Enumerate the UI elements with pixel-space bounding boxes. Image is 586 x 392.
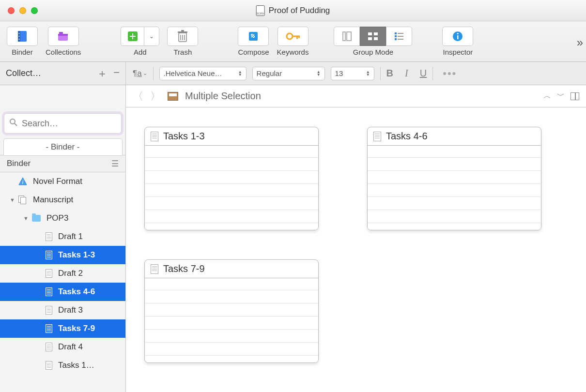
prev-doc-button[interactable]: ︿ <box>543 91 551 101</box>
disclosure-triangle[interactable]: ▼ <box>10 197 15 203</box>
index-card[interactable]: Tasks 1-3 <box>144 127 319 230</box>
disclosure-triangle[interactable]: ▼ <box>23 215 29 221</box>
binder-item-label: Draft 3 <box>58 305 83 315</box>
add-button[interactable] <box>121 27 144 46</box>
binder-item[interactable]: Tasks 4-6 <box>0 283 125 301</box>
document-icon <box>151 132 158 141</box>
card-header[interactable]: Tasks 1-3 <box>145 127 318 146</box>
close-window-button[interactable] <box>8 7 15 14</box>
bold-button[interactable]: B <box>386 68 393 79</box>
pilcrow-icon: ¶a <box>133 69 142 78</box>
header-row: 〈 〉 Multiple Selection ︿ ﹀ <box>0 85 586 107</box>
card-title: Tasks 1-3 <box>163 131 205 142</box>
search-input[interactable] <box>22 119 116 129</box>
group-mode-outline-button[interactable] <box>386 27 412 46</box>
next-doc-button[interactable]: ﹀ <box>557 91 565 101</box>
inspector-label: Inspector <box>443 48 473 56</box>
binder-item[interactable]: Draft 2 <box>0 264 125 283</box>
card-synopsis[interactable] <box>145 278 318 362</box>
binder-button[interactable] <box>7 27 38 46</box>
main-toolbar: Binder Collections ⌄ Add Trash Compose <box>0 21 586 62</box>
chevron-down-icon: ⌄ <box>149 33 154 40</box>
keywords-icon <box>286 31 300 41</box>
minimize-window-button[interactable] <box>19 7 26 14</box>
svg-point-36 <box>457 33 459 34</box>
binder-item[interactable]: ▼Manuscript <box>0 191 125 209</box>
binder-item[interactable]: Draft 1 <box>0 227 125 246</box>
trash-button[interactable] <box>167 27 198 46</box>
svg-rect-32 <box>395 38 397 40</box>
binder-item[interactable]: Tasks 1… <box>0 356 125 375</box>
add-collection-button[interactable]: ＋ <box>97 66 108 81</box>
inspector-toolbar-item[interactable]: Inspector <box>442 27 473 56</box>
trash-toolbar-item[interactable]: Trash <box>167 27 198 56</box>
corkboard[interactable]: Tasks 1-3Tasks 4-6Tasks 7-9 <box>126 107 586 392</box>
collections-button[interactable] <box>48 27 79 46</box>
compose-icon <box>247 30 259 42</box>
search-field[interactable] <box>4 113 122 134</box>
index-card[interactable]: Tasks 4-6 <box>367 127 541 230</box>
binder-item-label: Tasks 7-9 <box>58 324 95 333</box>
binder-item-label: Tasks 1… <box>58 361 94 370</box>
binder-tab[interactable]: - Binder - <box>3 138 123 156</box>
info-icon: i <box>18 177 27 186</box>
nav-forward-button[interactable]: 〉 <box>150 89 161 104</box>
document-icon <box>46 306 52 315</box>
binder-item-label: Tasks 4-6 <box>58 287 95 297</box>
binder-item[interactable]: Tasks 7-9 <box>0 319 125 338</box>
toolbar-overflow-button[interactable]: » <box>577 36 583 49</box>
font-weight-select[interactable]: Regular ▲▼ <box>252 67 325 80</box>
manuscript-icon <box>18 196 27 204</box>
index-card[interactable]: Tasks 7-9 <box>144 259 319 363</box>
underline-button[interactable]: U <box>420 68 427 79</box>
nav-back-button[interactable]: 〈 <box>133 89 143 104</box>
card-synopsis[interactable] <box>368 146 541 230</box>
card-header[interactable]: Tasks 4-6 <box>368 127 541 146</box>
group-mode-document-button[interactable] <box>334 27 360 46</box>
collections-toolbar-item[interactable]: Collections <box>46 27 81 56</box>
paragraph-style-button[interactable]: ¶a ⌄ <box>133 69 147 78</box>
svg-rect-12 <box>178 31 187 33</box>
binder-item[interactable]: iNovel Format <box>0 172 125 191</box>
keywords-button[interactable] <box>278 27 308 46</box>
font-family-select[interactable]: .Helvetica Neue… ▲▼ <box>159 67 247 80</box>
binder-item[interactable]: ▼POP3 <box>0 209 125 227</box>
binder-item-label: Draft 2 <box>58 269 83 278</box>
card-synopsis[interactable] <box>145 146 318 230</box>
binder-toolbar-item[interactable]: Binder <box>7 27 38 56</box>
font-size-value: 13 <box>335 69 343 77</box>
document-icon <box>46 287 52 296</box>
main-area: - Binder - Binder ☰ iNovel Format▼Manusc… <box>0 107 586 392</box>
more-formatting-button[interactable]: ••• <box>443 67 457 80</box>
split-view-button[interactable] <box>571 92 579 100</box>
keywords-toolbar-item[interactable]: Keywords <box>277 27 309 56</box>
svg-point-4 <box>19 39 20 40</box>
binder-item[interactable]: Draft 3 <box>0 301 125 319</box>
add-toolbar-item[interactable]: ⌄ Add <box>121 27 159 56</box>
document-icon <box>46 232 52 241</box>
svg-rect-7 <box>59 32 63 34</box>
svg-rect-31 <box>398 36 403 37</box>
document-view-icon <box>341 31 352 42</box>
svg-point-37 <box>10 119 15 124</box>
binder-tab-label: - Binder - <box>46 142 80 152</box>
font-size-select[interactable]: 13 ▲▼ <box>331 67 374 80</box>
remove-collection-button[interactable]: − <box>113 66 120 81</box>
inspector-button[interactable] <box>442 27 473 46</box>
window-title: Proof of Pudding <box>256 5 330 16</box>
group-mode-corkboard-button[interactable] <box>360 27 386 46</box>
compose-toolbar-item[interactable]: Compose <box>238 27 269 56</box>
card-header[interactable]: Tasks 7-9 <box>145 260 318 278</box>
format-bar-row: Collect… ＋ − ¶a ⌄ .Helvetica Neue… ▲▼ Re… <box>0 62 586 85</box>
binder-item[interactable]: Draft 4 <box>0 338 125 356</box>
add-dropdown-button[interactable]: ⌄ <box>144 27 159 46</box>
binder-menu-button[interactable]: ☰ <box>111 159 119 169</box>
svg-rect-25 <box>374 32 378 35</box>
trash-label: Trash <box>173 48 192 56</box>
corkboard-view-icon <box>367 31 379 41</box>
compose-button[interactable] <box>238 27 269 46</box>
zoom-window-button[interactable] <box>31 7 38 14</box>
binder-item[interactable]: Tasks 1-3 <box>0 246 125 264</box>
svg-rect-20 <box>296 36 298 39</box>
italic-button[interactable]: I <box>405 68 408 79</box>
